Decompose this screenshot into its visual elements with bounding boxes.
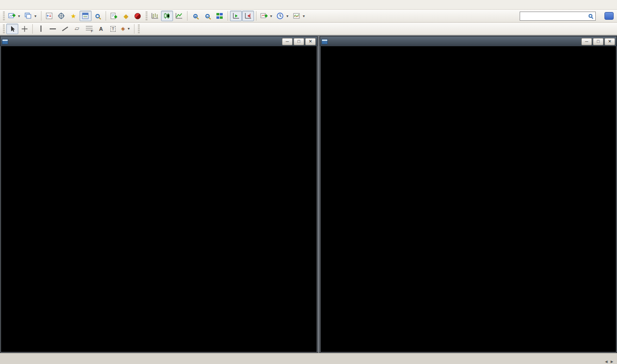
- close-button[interactable]: ✕: [305, 38, 316, 45]
- indicators-button[interactable]: ▼: [258, 11, 275, 21]
- autotrade-icon: [134, 13, 141, 19]
- text-button[interactable]: A: [95, 24, 107, 34]
- toolbar-grip: [3, 12, 5, 20]
- crosshair-button[interactable]: [18, 24, 30, 34]
- toolbar-separator: [256, 11, 256, 21]
- window-titlebar[interactable]: ─ □ ✕: [0, 37, 317, 46]
- toolbar-linestudies: ▱ F A T ◈ ▼: [0, 23, 617, 35]
- tab-scroll-right-icon[interactable]: ►: [610, 359, 614, 364]
- toolbar-separator: [41, 11, 41, 21]
- profiles-button[interactable]: ▼: [23, 11, 39, 21]
- autotrade-button[interactable]: [132, 11, 144, 21]
- arrows-tool-button[interactable]: ◈ ▼: [119, 24, 132, 34]
- chart-icon: [322, 39, 328, 44]
- new-order-icon: [110, 13, 117, 19]
- fibonacci-icon: F: [86, 26, 93, 32]
- bar-chart-mode-button[interactable]: [149, 11, 161, 21]
- templates-icon: [293, 13, 300, 19]
- tile-windows-icon: [216, 13, 223, 19]
- chart-shift-icon: [244, 13, 252, 19]
- trendline-button[interactable]: [59, 24, 71, 34]
- periods-button[interactable]: ▼: [275, 11, 291, 21]
- dropdown-arrow-icon: ▼: [17, 14, 21, 18]
- crosshair-data-icon: [58, 13, 65, 19]
- chart-tab-bar: ◄ ►: [0, 353, 617, 364]
- dropdown-arrow-icon: ▼: [269, 14, 273, 18]
- chart-canvas-usdcad-m15[interactable]: [0, 46, 317, 352]
- autoscroll-icon: [232, 13, 240, 19]
- bar-chart-icon: [151, 13, 159, 19]
- toolbar-separator: [187, 11, 188, 21]
- dropdown-arrow-icon: ▼: [286, 14, 289, 18]
- fibonacci-button[interactable]: F: [83, 24, 95, 34]
- vertical-line-button[interactable]: [35, 24, 47, 34]
- new-chart-icon: [8, 13, 15, 19]
- candlestick-mode-button[interactable]: [161, 11, 173, 21]
- toolbar-separator: [228, 11, 228, 21]
- tester-magnifier-icon: [95, 14, 100, 18]
- market-watch-icon: [46, 13, 53, 19]
- metaeditor-icon: ◆: [123, 13, 128, 19]
- new-order-button[interactable]: [108, 11, 120, 21]
- channel-button[interactable]: ▱: [71, 24, 83, 34]
- maximize-button[interactable]: □: [294, 38, 304, 45]
- indicators-icon: [260, 13, 268, 19]
- window-titlebar[interactable]: ─ □ ✕: [320, 37, 617, 46]
- text-label-button[interactable]: T: [107, 24, 119, 34]
- dropdown-arrow-icon: ▼: [34, 14, 37, 18]
- trendline-icon: [62, 26, 68, 31]
- autoscroll-button[interactable]: [230, 11, 242, 21]
- toolbar-separator: [134, 24, 134, 34]
- terminal-button[interactable]: [80, 11, 92, 21]
- maximize-button[interactable]: □: [593, 38, 604, 45]
- toolbar-grip: [138, 25, 140, 33]
- minimize-button[interactable]: ─: [581, 38, 592, 45]
- candlestick-icon: [163, 13, 171, 19]
- strategy-tester-button[interactable]: [92, 11, 104, 21]
- search-icon: [589, 14, 592, 18]
- clock-icon: [277, 13, 284, 19]
- chart-window-usdcad-h4[interactable]: ─ □ ✕: [320, 36, 617, 353]
- navigator-button[interactable]: ★: [67, 11, 80, 21]
- tab-scroll-left-icon[interactable]: ◄: [604, 359, 608, 364]
- text-label-icon: T: [110, 26, 116, 32]
- templates-button[interactable]: ▼: [291, 11, 308, 21]
- terminal-icon: [82, 13, 89, 19]
- data-window-button[interactable]: [55, 11, 67, 21]
- line-chart-mode-button[interactable]: [173, 11, 185, 21]
- line-chart-icon: [175, 13, 183, 19]
- search-area: [520, 12, 614, 21]
- chart-icon: [2, 39, 8, 44]
- close-button[interactable]: ✕: [604, 38, 615, 45]
- minimize-button[interactable]: ─: [282, 38, 293, 45]
- metaeditor-button[interactable]: ◆: [120, 11, 132, 21]
- crosshair-icon: [21, 26, 28, 32]
- dropdown-arrow-icon: ▼: [302, 14, 306, 18]
- horizontal-line-button[interactable]: [47, 24, 59, 34]
- zoom-in-button[interactable]: +: [189, 11, 201, 21]
- chart-canvas-usdcad-h4[interactable]: [320, 46, 617, 352]
- vertical-line-icon: [40, 26, 41, 32]
- chart-shift-button[interactable]: [242, 11, 254, 21]
- toolbar-separator: [32, 24, 33, 34]
- horizontal-line-icon: [50, 28, 56, 29]
- dropdown-arrow-icon: ▼: [127, 27, 130, 30]
- notifications-badge[interactable]: [604, 12, 614, 20]
- arrows-tool-icon: ◈: [121, 26, 125, 32]
- zoom-in-icon: +: [193, 14, 198, 18]
- search-input[interactable]: [520, 12, 596, 21]
- chart-window-usdcad-m15[interactable]: ─ □ ✕: [0, 36, 318, 353]
- new-chart-button[interactable]: ▼: [6, 11, 23, 21]
- profiles-icon: [25, 13, 32, 19]
- menu-bar: [0, 0, 617, 10]
- market-watch-button[interactable]: [43, 11, 55, 21]
- cursor-button[interactable]: [6, 24, 18, 34]
- tile-windows-button[interactable]: [214, 11, 226, 21]
- toolbar-grip: [146, 12, 148, 20]
- toolbar-grip: [3, 25, 5, 33]
- zoom-out-button[interactable]: −: [201, 11, 214, 21]
- tab-scroll-buttons: ◄ ►: [602, 359, 616, 364]
- toolbar-standard: ▼ ▼ ★ ◆ + −: [0, 10, 617, 23]
- zoom-out-icon: −: [205, 14, 210, 18]
- star-icon: ★: [71, 13, 77, 19]
